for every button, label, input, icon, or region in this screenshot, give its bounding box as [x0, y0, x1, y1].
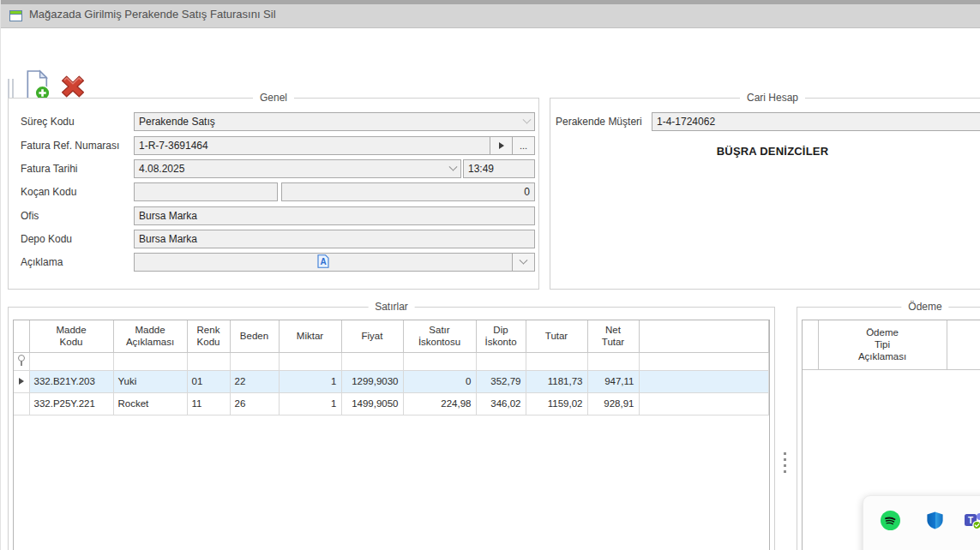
vertical-splitter[interactable] [780, 307, 791, 550]
chevron-down-icon [520, 255, 528, 264]
ofis-value: Bursa Marka [139, 210, 530, 222]
fatura-tarihi-datepicker[interactable]: 4.08.2025 [134, 159, 461, 178]
aciklama-label: Açıklama [21, 253, 63, 272]
kocan-kodu-label: Koçan Kodu [21, 182, 76, 201]
perakende-musteri-label: Perakende Müşteri [556, 112, 642, 131]
window-title: Mağazada Girilmiş Perakende Satış Fatura… [29, 8, 276, 21]
table-row[interactable]: 332.P25Y.221 Rocket 11 26 1 1499,9050 22… [14, 392, 769, 415]
svg-text:A: A [320, 257, 326, 266]
svg-text:T: T [968, 516, 973, 525]
surec-kodu-combobox[interactable]: Perakende Satış [134, 112, 535, 131]
row-indicator-header [14, 320, 29, 352]
chevron-down-icon [523, 115, 532, 123]
ofis-label: Ofis [21, 206, 39, 225]
column-header-net-tutar[interactable]: NetTutar [587, 320, 639, 352]
toolbar-grip[interactable] [8, 79, 14, 98]
group-satirlar: Satırlar MaddeKodu MaddeAçıklaması RenkK… [8, 307, 775, 550]
lines-grid: MaddeKodu MaddeAçıklaması RenkKodu Beden… [13, 320, 770, 550]
group-genel-caption: Genel [253, 92, 294, 104]
column-header-madde-aciklamasi[interactable]: MaddeAçıklaması [113, 320, 187, 352]
fatura-saat-value: 13:49 [468, 163, 530, 175]
fatura-saat-input[interactable]: 13:49 [463, 159, 535, 178]
grid-header-row: MaddeKodu MaddeAçıklaması RenkKodu Beden… [14, 320, 769, 352]
column-header-beden[interactable]: Beden [230, 320, 279, 352]
row-indicator-header [803, 320, 818, 369]
column-header-miktar[interactable]: Miktar [279, 320, 341, 352]
chevron-down-icon [449, 162, 458, 170]
fatura-ref-label: Fatura Ref. Numarası [21, 136, 119, 155]
surec-kodu-label: Süreç Kodu [21, 112, 75, 131]
arrow-right-icon [499, 142, 504, 149]
app-window: Mağazada Girilmiş Perakende Satış Fatura… [0, 0, 980, 550]
group-odeme-caption: Ödeme [901, 301, 948, 313]
column-header-tutar[interactable]: Tutar [526, 320, 587, 352]
windows-security-icon[interactable] [925, 511, 945, 530]
fatura-ref-value: 1-R-7-3691464 [139, 140, 485, 152]
spotify-icon[interactable] [881, 511, 900, 530]
current-row-arrow-icon [19, 378, 24, 385]
column-header-madde-kodu[interactable]: MaddeKodu [29, 320, 113, 352]
fatura-tarihi-label: Fatura Tarihi [21, 159, 77, 178]
group-cari-hesap-caption: Cari Hesap [740, 92, 805, 104]
column-header-dip-iskonto[interactable]: Dipİskonto [476, 320, 526, 352]
group-cari-hesap: Cari Hesap Perakende Müşteri 1-4-1724062… [550, 98, 980, 290]
column-header-odeme-tipi-aciklamasi[interactable]: ÖdemeTipiAçıklaması [818, 320, 947, 369]
kocan-kodu-input[interactable] [134, 182, 278, 201]
perakende-musteri-value: 1-4-1724062 [657, 116, 980, 128]
titlebar-top-strip [1, 0, 980, 4]
system-tray-flyout: T [863, 495, 980, 550]
depo-kodu-label: Depo Kodu [21, 230, 72, 248]
kocan-sira-input[interactable]: 0 [281, 182, 535, 201]
depo-kodu-input[interactable]: Bursa Marka [134, 230, 535, 248]
fatura-ref-browse-button[interactable]: ... [513, 136, 535, 155]
column-header-fiyat[interactable]: Fiyat [341, 320, 403, 352]
text-note-icon: A [317, 254, 329, 271]
filter-pin-icon [17, 355, 25, 366]
toolbar [1, 29, 980, 87]
column-header-renk-kodu[interactable]: RenkKodu [187, 320, 230, 352]
surec-kodu-value: Perakende Satış [139, 116, 524, 128]
column-header-filler [947, 320, 980, 369]
grid-header-row: ÖdemeTipiAçıklaması [803, 320, 980, 369]
teams-icon[interactable]: T [964, 511, 980, 530]
column-header-filler [639, 320, 769, 352]
kocan-sira-value: 0 [286, 186, 530, 198]
table-row[interactable]: 332.B21Y.203 Yuki 01 22 1 1299,9030 0 35… [14, 370, 769, 392]
group-genel: Genel Süreç Kodu Perakende Satış Fatura … [8, 98, 539, 290]
titlebar: Mağazada Girilmiş Perakende Satış Fatura… [1, 0, 980, 28]
ofis-input[interactable]: Bursa Marka [134, 206, 535, 225]
group-satirlar-caption: Satırlar [368, 301, 415, 313]
column-header-satir-iskontosu[interactable]: Satırİskontosu [403, 320, 476, 352]
depo-kodu-value: Bursa Marka [139, 233, 530, 245]
fatura-ref-next-button[interactable] [490, 136, 513, 155]
customer-name: BÜŞRA DENİZCİLER [550, 145, 980, 158]
perakende-musteri-input[interactable]: 1-4-1724062 [652, 112, 980, 131]
fatura-ref-input[interactable]: 1-R-7-3691464 [134, 136, 490, 155]
aciklama-input[interactable]: A [134, 253, 513, 272]
form-icon [9, 10, 22, 21]
aciklama-dropdown-button[interactable] [513, 253, 535, 272]
auto-filter-row[interactable] [14, 352, 769, 370]
fatura-tarihi-value: 4.08.2025 [139, 163, 450, 175]
